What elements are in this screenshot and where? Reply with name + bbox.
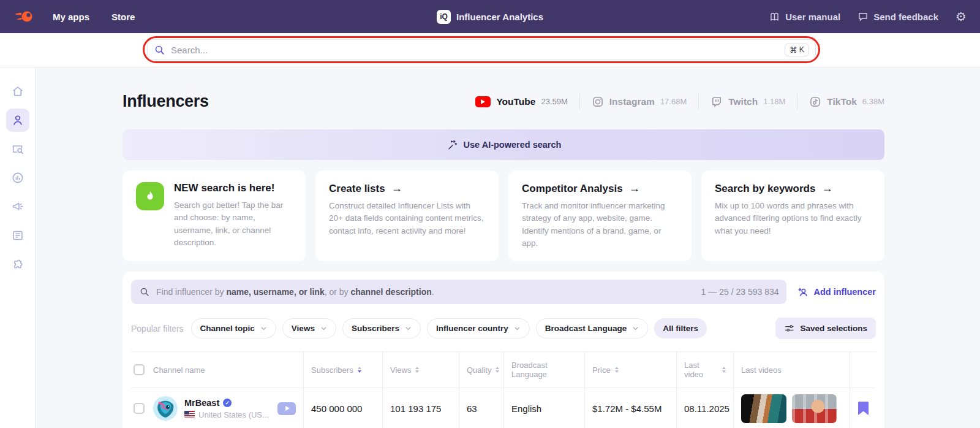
col-last-video[interactable]: Last video <box>677 352 734 388</box>
bookmark-icon[interactable] <box>858 402 869 415</box>
card-title: Search by keywords <box>715 183 815 195</box>
arrow-right-icon: → <box>821 182 832 195</box>
filter-subscribers[interactable]: Subscribers <box>342 318 421 338</box>
sidebar-item-reports[interactable] <box>6 224 29 247</box>
sidebar-item-home[interactable] <box>6 80 29 103</box>
col-price[interactable]: Price <box>585 352 677 388</box>
ai-powered-search-banner[interactable]: Use AI-powered search <box>123 129 884 160</box>
video-thumbnail[interactable] <box>792 394 837 423</box>
card-body: Mix up to 100 words and phrases with adv… <box>715 200 871 237</box>
col-subscribers[interactable]: Subscribers <box>304 352 383 388</box>
sort-icon[interactable] <box>496 365 499 375</box>
search-icon <box>139 286 150 297</box>
find-influencer-search-bar[interactable]: Find influencer by name, username, or li… <box>131 280 786 304</box>
filter-label: Influencer country <box>436 324 508 333</box>
sidebar-item-analytics[interactable] <box>6 166 29 189</box>
tab-twitch[interactable]: Twitch 1.18M <box>710 96 785 108</box>
card-body: Track and monitor influencer marketing s… <box>522 200 678 250</box>
divider <box>797 94 797 110</box>
video-thumbnail[interactable] <box>741 394 786 423</box>
divider <box>698 94 699 110</box>
nav-store[interactable]: Store <box>111 12 135 22</box>
platform-tabs: YouTube 23.59M Instagram 17.68M <box>475 94 884 110</box>
flame-badge-icon <box>136 182 164 210</box>
last-video-value: 08.11.2025 <box>677 388 734 428</box>
channel-avatar <box>153 396 178 421</box>
user-manual-link[interactable]: User manual <box>769 11 840 23</box>
person-icon <box>11 113 24 127</box>
filter-influencer-country[interactable]: Influencer country <box>427 318 530 338</box>
youtube-icon <box>475 96 491 107</box>
chevron-down-icon <box>320 325 327 332</box>
sort-icon[interactable] <box>358 365 361 375</box>
chevron-down-icon <box>405 325 412 332</box>
tab-count: 23.59M <box>541 97 567 106</box>
card-body: Construct detailed Influencer Lists with… <box>329 200 485 237</box>
filter-channel-topic[interactable]: Channel topic <box>191 318 276 338</box>
filter-label: Broadcast Language <box>545 324 627 333</box>
sort-icon[interactable] <box>615 365 619 375</box>
popular-filters-label: Popular filters <box>131 324 184 334</box>
send-feedback-link[interactable]: Send feedback <box>858 11 938 22</box>
arrow-right-icon: → <box>391 182 402 195</box>
card-competitor-analysis[interactable]: Competitor Analysis → Track and monitor … <box>508 170 692 261</box>
channel-name[interactable]: MrBeast <box>184 398 219 408</box>
chevron-down-icon <box>514 325 521 332</box>
megaphone-icon <box>11 200 24 213</box>
k-key: K <box>799 45 804 54</box>
sort-icon[interactable] <box>722 365 726 375</box>
saved-selections-button[interactable]: Saved selections <box>775 318 876 339</box>
semrush-logo[interactable] <box>13 7 36 26</box>
chevron-down-icon <box>632 325 639 332</box>
cmd-key: ⌘ <box>790 45 797 55</box>
col-views[interactable]: Views <box>383 352 459 388</box>
card-title: NEW search is here! <box>174 182 274 194</box>
send-feedback-label: Send feedback <box>873 12 938 22</box>
youtube-play-badge[interactable] <box>277 402 296 415</box>
quality-value: 63 <box>459 388 504 428</box>
table-header-row: Channel name Subscribers Views Quality <box>131 351 876 388</box>
add-influencer-label: Add influencer <box>813 287 876 297</box>
main-content: Influencers YouTube 23.59M <box>36 67 980 428</box>
sidebar-item-media-search[interactable] <box>6 137 29 161</box>
sidebar-item-campaigns[interactable] <box>6 195 29 218</box>
sidebar-item-integrations[interactable] <box>6 253 29 276</box>
finder-placeholder: Find influencer by name, username, or li… <box>156 287 434 297</box>
card-search-by-keywords[interactable]: Search by keywords → Mix up to 100 words… <box>701 170 884 261</box>
col-broadcast-language: Broadcast Language <box>504 352 585 388</box>
verified-badge-icon: ✓ <box>223 399 232 407</box>
tab-tiktok[interactable]: TikTok 6.38M <box>809 96 884 108</box>
card-create-lists[interactable]: Create lists → Construct detailed Influe… <box>315 170 499 261</box>
filter-label: Channel topic <box>200 324 255 333</box>
twitch-icon <box>710 96 723 108</box>
sidebar-item-influencers[interactable] <box>6 109 29 132</box>
filter-broadcast-language[interactable]: Broadcast Language <box>536 318 649 338</box>
tab-label: TikTok <box>827 96 857 107</box>
book-icon <box>769 11 780 23</box>
tab-count: 17.68M <box>660 97 687 106</box>
card-title: Create lists <box>329 183 385 195</box>
sort-icon[interactable] <box>415 365 419 375</box>
settings-gear-icon[interactable]: ⚙ <box>956 10 967 23</box>
col-quality[interactable]: Quality <box>459 352 504 388</box>
tab-instagram[interactable]: Instagram 17.68M <box>592 96 687 108</box>
page-title: Influencers <box>123 92 209 111</box>
select-all-checkbox[interactable] <box>134 364 145 375</box>
nav-my-apps[interactable]: My apps <box>53 12 89 22</box>
all-filters-button[interactable]: All filters <box>654 318 707 338</box>
instagram-icon <box>592 96 604 108</box>
tab-label: YouTube <box>496 96 535 107</box>
global-search-input[interactable] <box>171 45 779 55</box>
add-influencer-button[interactable]: Add influencer <box>797 286 876 298</box>
card-new-search[interactable]: NEW search is here! Search got better! T… <box>123 170 306 261</box>
col-actions <box>850 352 876 388</box>
table-row-mrbeast[interactable]: MrBeast ✓ United States (US... <box>131 388 876 428</box>
saved-selections-label: Saved selections <box>800 324 867 333</box>
tab-youtube[interactable]: YouTube 23.59M <box>475 96 567 107</box>
divider <box>579 94 580 110</box>
row-checkbox[interactable] <box>134 403 145 414</box>
global-search-bar[interactable]: ⌘ K <box>147 39 816 60</box>
views-value: 101 193 175 <box>383 388 459 428</box>
filter-views[interactable]: Views <box>282 318 336 338</box>
influencer-table: Channel name Subscribers Views Quality <box>131 351 876 428</box>
